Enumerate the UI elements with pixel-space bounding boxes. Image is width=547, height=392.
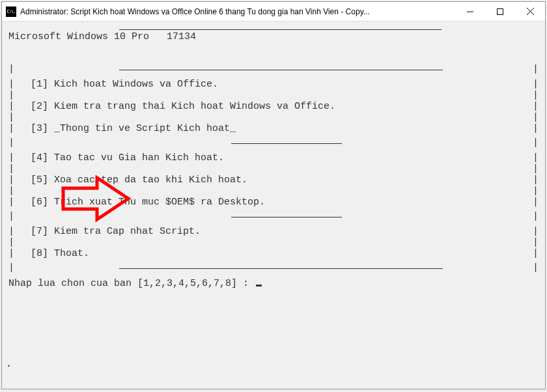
menu-item-2-label: [2] Kiem tra trang thai Kich hoat Window… [31, 100, 533, 115]
menu-item-2: |[2] Kiem tra trang thai Kich hoat Windo… [8, 100, 539, 115]
console-area[interactable]: Microsoft Windows 10 Pro 17134 || |[1] K… [2, 21, 545, 389]
cmd-icon [6, 7, 16, 17]
menu-item-1-label: [1] Kich hoat Windows va Office. [31, 77, 533, 92]
close-button[interactable] [515, 2, 545, 21]
divider-menu-bottom [119, 268, 443, 269]
stray-dot: . [6, 356, 12, 371]
os-name: Microsoft Windows 10 Pro [8, 31, 149, 42]
window-controls [455, 2, 545, 21]
menu-item-1: |[1] Kich hoat Windows va Office.| [8, 78, 539, 92]
menu-item-5: |[5] Xoa cac tep da tao khi Kich hoat.| [8, 174, 539, 188]
prompt-line[interactable]: Nhap lua chon cua ban [1,2,3,4,5,6,7,8] … [8, 277, 539, 292]
maximize-button[interactable] [485, 2, 515, 21]
underline-3 [231, 143, 342, 144]
window-title: Administrator: Script Kich hoat Windows … [20, 7, 455, 16]
svg-line-2 [527, 8, 534, 15]
menu-item-6-label: [6] Trich xuat Thu muc $OEM$ ra Desktop. [31, 195, 533, 210]
menu-item-8-label: [8] Thoat. [31, 247, 533, 262]
menu-item-4-label: [4] Tao tac vu Gia han Kich hoat. [31, 151, 533, 166]
menu-block: || |[1] Kich hoat Windows va Office.| ||… [8, 63, 539, 277]
menu-item-3: |[3] _Thong tin ve Script Kich hoat_| [8, 122, 539, 137]
svg-line-3 [527, 8, 534, 15]
menu-item-7-label: [7] Kiem tra Cap nhat Script. [31, 225, 533, 240]
prompt-label: Nhap lua chon cua ban [1,2,3,4,5,6,7,8] … [8, 278, 249, 289]
menu-item-8: |[8] Thoat.| [8, 247, 539, 262]
titlebar[interactable]: Administrator: Script Kich hoat Windows … [2, 2, 545, 21]
os-info-line: Microsoft Windows 10 Pro 17134 [8, 30, 539, 45]
menu-item-3-label: [3] _Thong tin ve Script Kich hoat_ [31, 122, 533, 137]
menu-item-7: |[7] Kiem tra Cap nhat Script.| [8, 225, 539, 240]
cursor-icon [256, 285, 262, 287]
svg-rect-1 [498, 8, 503, 14]
menu-item-4: |[4] Tao tac vu Gia han Kich hoat.| [8, 152, 539, 166]
underline-6 [231, 217, 342, 217]
os-build: 17134 [167, 31, 196, 42]
window: Administrator: Script Kich hoat Windows … [1, 1, 546, 389]
menu-item-5-label: [5] Xoa cac tep da tao khi Kich hoat. [31, 173, 533, 188]
menu-item-6: |[6] Trich xuat Thu muc $OEM$ ra Desktop… [8, 196, 539, 210]
minimize-button[interactable] [455, 2, 485, 21]
divider-menu-top [119, 70, 443, 70]
